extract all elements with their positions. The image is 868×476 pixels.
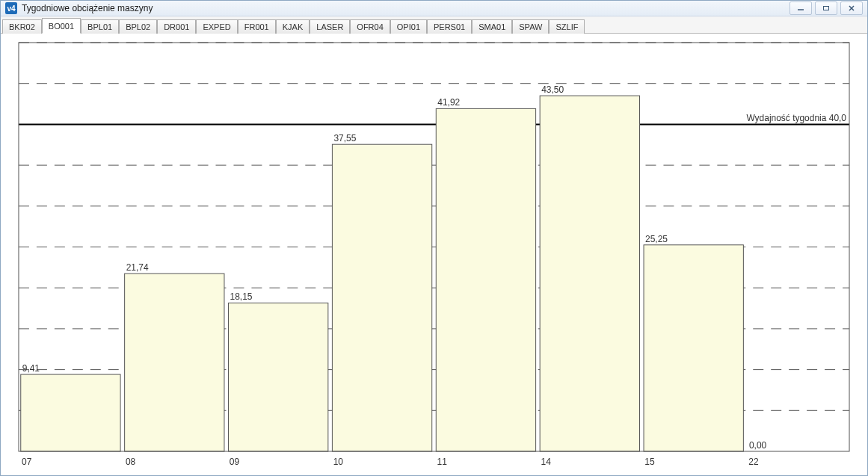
tab-bo001[interactable]: BO001 [42, 18, 81, 34]
bar-value-label: 25,25 [645, 234, 668, 244]
tab-bpl02[interactable]: BPL02 [119, 19, 157, 34]
bar-value-label: 41,92 [437, 97, 460, 108]
tab-fr001[interactable]: FR001 [238, 19, 276, 34]
window-body: BKR02BO001BPL01BPL02DR001EXPEDFR001KJAKL… [1, 16, 867, 475]
titlebar: v4 Tygodniowe obciążenie maszyny [1, 1, 867, 16]
close-icon [848, 5, 855, 11]
tab-opi01[interactable]: OPI01 [390, 19, 427, 34]
svg-rect-1 [824, 7, 829, 10]
bar-value-label: 21,74 [126, 262, 149, 273]
tab-pers01[interactable]: PERS01 [427, 19, 472, 34]
x-tick-label: 08 [126, 457, 136, 467]
tab-dr001[interactable]: DR001 [157, 19, 196, 34]
chart-area: Wydajność tygodnia 40,09,410721,740818,1… [1, 34, 867, 475]
x-tick-label: 07 [22, 457, 32, 467]
x-tick-label: 22 [748, 457, 759, 467]
tab-laser[interactable]: LASER [310, 19, 350, 34]
minimize-icon [797, 5, 804, 11]
tab-sma01[interactable]: SMA01 [472, 19, 512, 34]
close-button[interactable] [840, 1, 863, 15]
bar [21, 374, 120, 451]
x-tick-label: 11 [437, 457, 448, 467]
app-window: v4 Tygodniowe obciążenie maszyny BKR02BO… [0, 0, 868, 476]
window-controls [789, 1, 863, 15]
bar-value-label: 0,00 [749, 440, 767, 451]
bar [229, 303, 328, 451]
tab-bpl01[interactable]: BPL01 [81, 19, 119, 34]
maximize-button[interactable] [815, 1, 837, 15]
maximize-icon [822, 5, 830, 11]
bar [125, 273, 224, 451]
bar-chart: Wydajność tygodnia 40,09,410721,740818,1… [8, 38, 860, 471]
bar [436, 108, 535, 451]
tab-szlif[interactable]: SZLIF [549, 19, 585, 34]
bar [540, 96, 639, 451]
bar-value-label: 18,15 [230, 291, 253, 302]
bar-value-label: 37,55 [333, 133, 356, 143]
x-tick-label: 14 [541, 457, 551, 467]
window-title: Tygodniowe obciążenie maszyny [22, 3, 785, 13]
tab-strip: BKR02BO001BPL01BPL02DR001EXPEDFR001KJAKL… [1, 16, 867, 34]
minimize-button[interactable] [789, 1, 812, 15]
x-tick-label: 09 [230, 457, 240, 467]
bar-value-label: 43,50 [541, 84, 564, 95]
threshold-label: Wydajność tygodnia 40,0 [746, 113, 846, 123]
tab-kjak[interactable]: KJAK [276, 19, 310, 34]
tab-bkr02[interactable]: BKR02 [2, 19, 42, 34]
bar [644, 245, 743, 451]
bar [332, 144, 431, 451]
tab-exped[interactable]: EXPED [196, 19, 237, 34]
x-tick-label: 15 [644, 457, 655, 467]
x-tick-label: 10 [333, 457, 344, 467]
app-icon: v4 [5, 2, 17, 14]
tab-ofr04[interactable]: OFR04 [350, 19, 390, 34]
tab-spaw[interactable]: SPAW [512, 19, 549, 34]
bar-value-label: 9,41 [22, 363, 40, 374]
